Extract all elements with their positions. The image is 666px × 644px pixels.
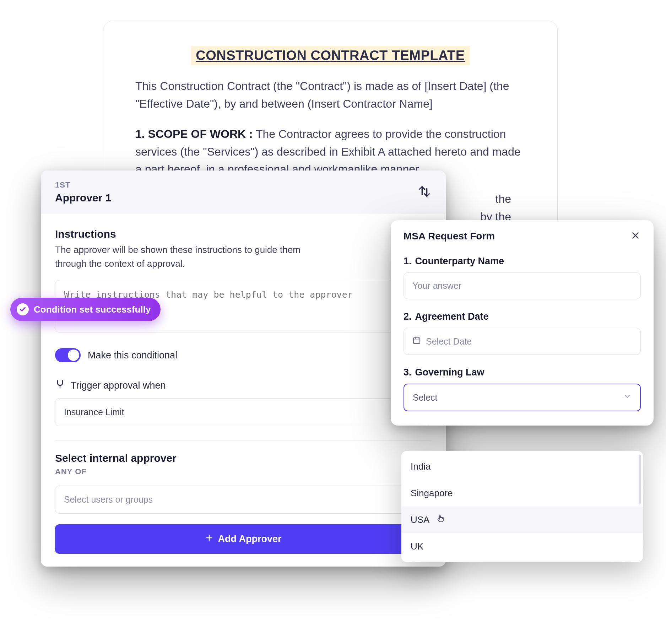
governing-law-select[interactable]: Select (404, 384, 641, 411)
section-1-heading: 1. SCOPE OF WORK : (135, 128, 253, 140)
instructions-title: Instructions (55, 228, 432, 240)
approver-modal: 1ST Approver 1 Instructions The approver… (41, 171, 446, 567)
svg-rect-4 (413, 338, 420, 343)
internal-approver-title: Select internal approver (55, 452, 432, 464)
reorder-icon[interactable] (417, 184, 432, 200)
add-approver-button[interactable]: Add Approver (55, 524, 432, 554)
dropdown-option-india[interactable]: India (401, 453, 643, 480)
approver-ordinal: 1ST (55, 180, 111, 190)
conditional-toggle[interactable] (55, 348, 81, 362)
anyof-label: ANY OF (55, 467, 432, 476)
conditional-toggle-label: Make this conditional (88, 350, 177, 361)
branch-icon (55, 379, 65, 392)
governing-law-label: 3. Governing Law (404, 367, 641, 378)
document-title: CONSTRUCTION CONTRACT TEMPLATE (191, 46, 470, 65)
close-icon[interactable] (630, 230, 641, 242)
users-groups-select[interactable]: Select users or groups (55, 486, 432, 514)
plus-icon (205, 534, 213, 545)
pointer-cursor-icon (437, 514, 445, 525)
dropdown-option-uk[interactable]: UK (401, 533, 643, 560)
msa-request-form-panel: MSA Request Form 1. Counterparty Name Yo… (391, 220, 654, 426)
trigger-condition-select[interactable]: Insurance Limit (55, 398, 432, 426)
condition-success-toast: Condition set successfully (10, 298, 161, 321)
chevron-down-icon (623, 392, 632, 403)
approver-name: Approver 1 (55, 192, 111, 204)
agreement-date-input[interactable]: Select Date (404, 328, 641, 355)
counterparty-label: 1. Counterparty Name (404, 256, 641, 267)
section-divider (55, 440, 432, 441)
check-circle-icon (17, 303, 29, 315)
calendar-icon (412, 336, 421, 347)
instructions-description: The approver will be shown these instruc… (55, 243, 311, 271)
document-intro: This Construction Contract (the "Contrac… (135, 77, 525, 113)
counterparty-input[interactable]: Your answer (404, 272, 641, 299)
agreement-date-label: 2. Agreement Date (404, 311, 641, 322)
dropdown-option-usa[interactable]: USA (401, 507, 643, 533)
dropdown-option-singapore[interactable]: Singapore (401, 480, 643, 507)
governing-law-dropdown: India Singapore USA UK (401, 451, 643, 562)
approver-header: 1ST Approver 1 (41, 171, 446, 214)
trigger-label: Trigger approval when (71, 380, 166, 391)
dropdown-scrollbar[interactable] (639, 455, 641, 504)
msa-form-title: MSA Request Form (404, 231, 495, 242)
success-message-text: Condition set successfully (34, 304, 151, 315)
